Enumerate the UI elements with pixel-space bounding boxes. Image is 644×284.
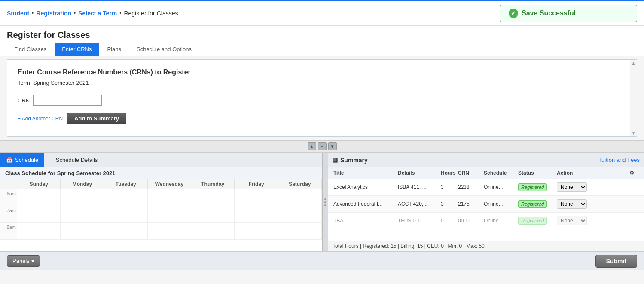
splitter-down-btn[interactable]: ▼ [328,142,337,150]
col-action: Action [555,169,628,177]
6am-friday [235,189,278,206]
7am-saturday [278,206,322,222]
crn-panel: Enter Course Reference Numbers (CRNs) to… [7,59,637,137]
breadcrumb: Student • Registration • Select a Term •… [7,10,178,17]
row2-title: Advanced Federal I... [332,200,396,208]
6am-sunday [17,189,61,206]
panels-btn-label: Panels [12,258,30,264]
registered-badge: Registered [518,200,547,208]
schedule-grid-body: 6am 7am [0,189,322,251]
splitter-center-btn[interactable]: • [318,142,327,150]
submit-button[interactable]: Submit [595,255,637,268]
7am-monday [61,206,104,222]
row1-hours: 3 [439,183,456,191]
col-schedule: Schedule [482,169,516,177]
success-check-icon: ✓ [509,9,518,18]
7am-thursday [191,206,235,222]
scroll-down-arrow[interactable]: ▼ [631,130,637,136]
scroll-up-arrow[interactable]: ▲ [631,60,637,66]
schedule-tabs: 📅 Schedule ≡ Schedule Details [0,153,322,167]
tab-schedule-options[interactable]: Schedule and Options [129,43,199,56]
row3-title: TBA... [332,217,396,225]
8am-thursday [191,223,235,239]
time-row-6am: 6am [0,189,322,206]
divider-dot-2 [324,201,326,203]
top-bar: Student • Registration • Select a Term •… [0,0,644,26]
col-status: Status [516,169,555,177]
row1-title: Excel Analytics [332,183,396,191]
8am-friday [235,223,278,239]
7am-wednesday [148,206,191,222]
6am-monday [61,189,104,206]
crn-term: Term: Spring Semester 2021 [18,80,626,86]
row2-chevron [628,203,641,205]
add-to-summary-button[interactable]: Add to Summary [67,113,126,124]
crn-scrollbar[interactable]: ▲ ▼ [630,60,637,136]
schedule-tab-schedule[interactable]: 📅 Schedule [0,153,44,167]
action-bar: Panels ▾ Submit [0,251,644,270]
saturday-header: Saturday [278,179,322,189]
summary-footer: Total Hours | Registered: 15 | Billing: … [328,241,644,251]
registered-badge: Registered [518,217,547,225]
vertical-divider[interactable] [322,153,328,251]
col-crn: CRN [456,169,482,177]
row3-action-select[interactable]: None [557,216,587,225]
row1-details: ISBA 411, ... [396,183,439,191]
schedule-tab-label: Schedule [15,157,38,163]
breadcrumb-select-term[interactable]: Select a Term [78,10,117,17]
row1-crn: 2238 [456,183,482,191]
wednesday-header: Wednesday [148,179,191,189]
page-title: Register for Classes [7,30,637,40]
calendar-icon: 📅 [6,157,13,163]
summary-row: Excel Analytics ISBA 411, ... 3 2238 Onl… [328,179,644,196]
summary-row: TBA... TFUS 000... 0 0000 Online... Regi… [328,213,644,229]
8am-tuesday [104,223,148,239]
7am-friday [235,206,278,222]
6am-saturday [278,189,322,206]
8am-saturday [278,223,322,239]
crn-input-row: CRN [18,95,626,106]
summary-title: ▦ Summary [333,157,368,164]
schedule-panel: 📅 Schedule ≡ Schedule Details Class Sche… [0,153,322,251]
tab-enter-crns[interactable]: Enter CRNs [55,43,99,56]
settings-icon[interactable]: ⚙ [628,169,641,177]
thursday-header: Thursday [191,179,235,189]
row2-hours: 3 [439,200,456,208]
8am-wednesday [148,223,191,239]
row2-action: None Drop Withdraw [555,198,628,210]
tab-plans[interactable]: Plans [100,43,129,56]
sep3: • [119,10,121,16]
sunday-header: Sunday [17,179,61,189]
add-another-crn-link[interactable]: + Add Another CRN [18,116,63,122]
time-row-7am: 7am [0,206,322,223]
registered-badge: Registered [518,183,547,191]
tuition-fees-link[interactable]: Tuition and Fees [598,157,640,163]
tab-find-classes[interactable]: Find Classes [7,43,54,56]
summary-panel: ▦ Summary Tuition and Fees Title Details… [328,153,644,251]
page-title-area: Register for Classes [0,26,644,43]
panels-button[interactable]: Panels ▾ [7,255,40,267]
row2-details: ACCT 420,... [396,200,439,208]
crn-heading: Enter Course Reference Numbers (CRNs) to… [18,68,626,76]
schedule-tab-details[interactable]: ≡ Schedule Details [44,153,104,167]
crn-input[interactable] [33,95,102,106]
7am-sunday [17,206,61,222]
row1-action-select[interactable]: None Drop Withdraw [557,182,587,192]
row2-action-select[interactable]: None Drop Withdraw [557,199,587,209]
row3-status: Registered [516,216,555,225]
splitter-up-btn[interactable]: ▲ [308,142,316,150]
tuesday-header: Tuesday [104,179,148,189]
save-success-text: Save Successful [522,9,576,17]
breadcrumb-registration[interactable]: Registration [36,10,71,17]
sep2: • [74,10,76,16]
sep1: • [32,10,34,16]
row2-status: Registered [516,199,555,209]
row3-action: None [555,215,628,226]
row3-chevron [628,220,641,222]
time-7am: 7am [0,206,17,222]
schedule-grid-header: Sunday Monday Tuesday Wednesday Thursday… [0,179,322,189]
splitter-area: ▲ • ▼ [0,140,644,152]
panels-chevron-icon: ▾ [31,258,34,264]
list-icon: ≡ [50,157,54,163]
breadcrumb-student[interactable]: Student [7,10,29,17]
